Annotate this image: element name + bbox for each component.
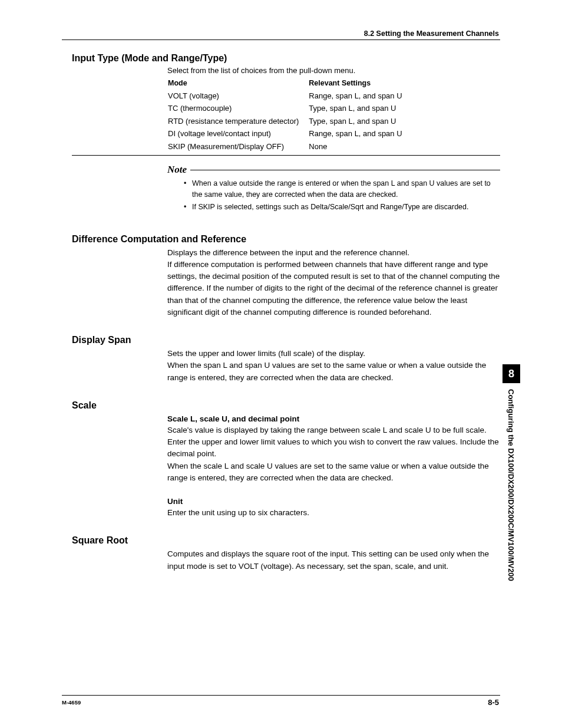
input-type-body: Select from the list of choices from the… [167, 66, 500, 153]
note-block: Note When a value outside the range is e… [167, 164, 500, 212]
footer-page-number: 8-5 [488, 698, 499, 707]
table-row: SKIP (Measurement/Display OFF)None [167, 140, 412, 153]
table-row: TC (thermocouple)Type, span L, and span … [167, 102, 412, 115]
chapter-side-label: Configuring the DX100/DX200/DX200C/MV100… [503, 389, 520, 625]
display-span-body: Sets the upper and lower limits (full sc… [167, 348, 500, 384]
chapter-tab: 8 [503, 364, 520, 383]
scale-p2: When the scale L and scale U values are … [167, 460, 500, 485]
scale-p1: Scale's value is displayed by taking the… [167, 424, 500, 460]
dspan-p1: Sets the upper and lower limits (full sc… [167, 348, 500, 360]
content-area: Input Type (Mode and Range/Type) Select … [72, 53, 500, 572]
heading-input-type: Input Type (Mode and Range/Type) [72, 53, 500, 64]
note-list: When a value outside the range is entere… [184, 178, 500, 212]
scale-p3: Enter the unit using up to six character… [167, 507, 500, 519]
heading-sqrt: Square Root [72, 535, 500, 546]
note-rule [190, 170, 500, 170]
heading-display-span: Display Span [72, 335, 500, 345]
chapter-side-label-text: Configuring the DX100/DX200/DX200C/MV100… [507, 389, 515, 581]
table-row: DI (voltage level/contact input)Range, s… [167, 127, 412, 140]
note-item: When a value outside the range is entere… [184, 178, 500, 200]
input-type-intro: Select from the list of choices from the… [167, 66, 500, 75]
diff-p1: Displays the difference between the inpu… [167, 247, 500, 259]
sqrt-p1: Computes and displays the square root of… [167, 548, 500, 572]
diff-body: Displays the difference between the inpu… [167, 247, 500, 319]
heading-diff: Difference Computation and Reference [72, 234, 500, 245]
sqrt-body: Computes and displays the square root of… [167, 548, 500, 572]
col-mode: Mode [167, 77, 308, 90]
dspan-p2: When the span L and span U values are se… [167, 360, 500, 384]
table-row: RTD (resistance temperature detector)Typ… [167, 115, 412, 128]
footer-doc-id: M-4659 [62, 699, 81, 706]
scale-sub1: Scale L, scale U, and decimal point [167, 414, 500, 423]
mode-settings-table: Mode Relevant Settings VOLT (voltage)Ran… [167, 77, 412, 153]
running-header: 8.2 Setting the Measurement Channels [364, 29, 499, 38]
page: 8.2 Setting the Measurement Channels Inp… [0, 0, 562, 728]
scale-body: Scale L, scale U, and decimal point Scal… [167, 414, 500, 519]
col-settings: Relevant Settings [308, 77, 411, 90]
note-label: Note [167, 164, 190, 176]
header-rule [62, 39, 500, 40]
footer-rule [62, 695, 500, 696]
table-rule [72, 155, 500, 156]
heading-scale: Scale [72, 400, 500, 411]
table-row: VOLT (voltage)Range, span L, and span U [167, 90, 412, 103]
diff-p2: If difference computation is performed b… [167, 259, 500, 318]
note-item: If SKIP is selected, settings such as De… [184, 202, 500, 213]
scale-sub2: Unit [167, 497, 500, 506]
